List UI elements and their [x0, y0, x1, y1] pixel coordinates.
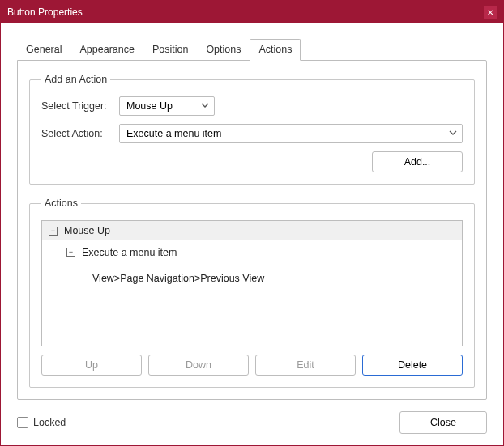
- actions-group: Actions − Mouse Up − Execute a menu item…: [29, 198, 475, 388]
- tab-strip: General Appearance Position Options Acti…: [17, 38, 487, 60]
- add-action-group: Add an Action Select Trigger: Mouse Up S…: [29, 74, 475, 185]
- tree-action-label: Execute a menu item: [82, 247, 177, 258]
- trigger-label: Select Trigger:: [41, 100, 119, 112]
- trigger-select[interactable]: Mouse Up: [119, 96, 215, 116]
- tab-position[interactable]: Position: [143, 39, 197, 61]
- delete-button[interactable]: Delete: [362, 355, 463, 376]
- tree-row-detail[interactable]: View>Page Navigation>Previous View: [42, 265, 462, 289]
- locked-checkbox[interactable]: Locked: [17, 417, 66, 428]
- window-title: Button Properties: [7, 6, 484, 18]
- content-area: General Appearance Position Options Acti…: [1, 23, 503, 411]
- tab-panel-actions: Add an Action Select Trigger: Mouse Up S…: [17, 60, 487, 400]
- chevron-down-icon: [449, 128, 457, 139]
- up-button[interactable]: Up: [41, 355, 142, 376]
- add-button[interactable]: Add...: [372, 151, 463, 172]
- close-button[interactable]: Close: [399, 411, 487, 434]
- tab-general[interactable]: General: [17, 39, 70, 61]
- checkbox-box-icon: [17, 417, 28, 428]
- action-value: Execute a menu item: [126, 128, 221, 139]
- tab-appearance[interactable]: Appearance: [70, 39, 143, 61]
- collapse-icon[interactable]: −: [49, 227, 58, 236]
- dialog-footer: Locked Close: [17, 411, 487, 434]
- locked-label: Locked: [33, 417, 66, 428]
- tree-detail-label: View>Page Navigation>Previous View: [92, 273, 264, 284]
- actions-tree[interactable]: − Mouse Up − Execute a menu item View>Pa…: [41, 220, 463, 346]
- tree-row-action[interactable]: − Execute a menu item: [42, 240, 462, 265]
- action-select[interactable]: Execute a menu item: [119, 124, 463, 143]
- edit-button[interactable]: Edit: [255, 355, 356, 376]
- trigger-row: Select Trigger: Mouse Up: [41, 96, 463, 116]
- trigger-value: Mouse Up: [126, 100, 173, 112]
- tree-trigger-label: Mouse Up: [64, 225, 110, 236]
- actions-legend: Actions: [41, 198, 81, 209]
- add-button-row: Add...: [41, 151, 463, 172]
- window-close-button[interactable]: ✕: [484, 6, 497, 19]
- action-buttons-row: Up Down Edit Delete: [41, 355, 463, 376]
- tab-options[interactable]: Options: [197, 39, 250, 61]
- chevron-down-icon: [201, 100, 209, 112]
- titlebar: Button Properties ✕: [1, 1, 503, 23]
- collapse-icon[interactable]: −: [66, 248, 75, 257]
- tree-row-trigger[interactable]: − Mouse Up: [42, 221, 462, 240]
- down-button[interactable]: Down: [148, 355, 249, 376]
- tab-actions[interactable]: Actions: [250, 39, 301, 61]
- dialog-window: Button Properties ✕ General Appearance P…: [0, 0, 504, 446]
- action-label: Select Action:: [41, 128, 119, 139]
- action-row: Select Action: Execute a menu item: [41, 124, 463, 143]
- add-action-legend: Add an Action: [41, 74, 110, 85]
- close-icon: ✕: [487, 8, 493, 17]
